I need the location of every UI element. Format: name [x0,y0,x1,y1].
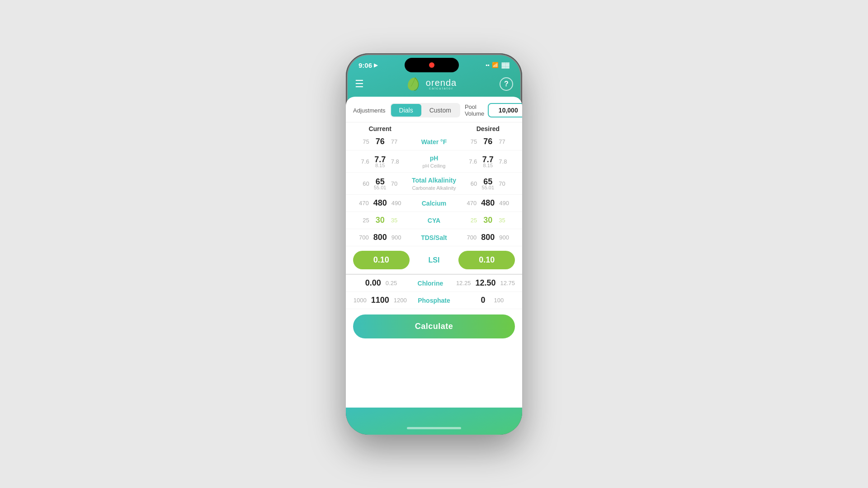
water-desired-dial: 75 76 77 [461,137,515,146]
phosphate-current-right: 1200 [394,297,407,304]
pool-volume-input[interactable] [488,103,522,117]
ca-desired-dial: 470 480 490 [461,198,515,208]
status-time: 9:06 ▶ [359,61,377,69]
battery-icon: ▓▓ [501,62,509,68]
alk-current-right: 70 [391,180,397,187]
time-display: 9:06 [359,61,372,69]
help-button[interactable]: ? [500,77,513,91]
ca-current-center: 480 [373,198,387,208]
tab-group: Dials Custom [390,103,460,117]
ph-current-dial: 7.6 7.7 8.15 7.8 [353,155,407,168]
ph-desired-left: 7.6 [469,158,477,165]
tds-desired-right: 900 [499,234,509,241]
tds-label: TDS/Salt [421,234,447,241]
logo-leaf-icon [407,77,423,91]
status-icons: ▪▪ 📶 ▓▓ [486,62,509,68]
phosphate-label-col: Phosphate [407,296,461,305]
phosphate-desired-right: 100 [494,297,504,304]
phosphate-desired-center: 0 [476,296,489,305]
ca-label-col: Calcium [407,199,461,207]
alk-sublabel: Carbonate Alkalinity [407,185,461,191]
chlorine-desired-dial: 12.25 12.50 12.75 [456,278,515,288]
lsi-row[interactable]: 0.10 LSI 0.10 [346,246,522,275]
cya-desired-center: 30 [481,216,494,225]
home-indicator [407,427,461,429]
ph-row[interactable]: 7.6 7.7 8.15 7.8 pH pH Ceiling 7.6 7.7 8… [346,150,522,173]
dials-tab[interactable]: Dials [391,104,421,117]
menu-button[interactable]: ☰ [355,78,364,90]
cya-current-right: 35 [391,217,397,224]
chlorine-current-dial: 0.00 0.25 [353,278,405,288]
lsi-label: LSI [429,256,440,264]
phosphate-label: Phosphate [418,297,450,304]
chlorine-label: Chlorine [418,280,443,287]
ph-sublabel: pH Ceiling [407,163,461,169]
water-current-center: 76 [374,137,387,146]
alk-label-col: Total Alkalinity Carbonate Alkalinity [407,176,461,191]
cya-current-center: 30 [374,216,387,225]
app-header: ☰ orenda calculator ? [346,73,522,97]
tab-row: Adjustments Dials Custom Pool Volume [346,97,522,122]
ca-current-dial: 470 480 490 [353,198,407,208]
content-card: Adjustments Dials Custom Pool Volume Cur… [346,97,522,408]
tds-desired-left: 700 [467,234,477,241]
custom-tab[interactable]: Custom [421,104,459,117]
col-headers: Current Desired [346,122,522,133]
ca-desired-center: 480 [481,198,495,208]
logo-area: orenda calculator [407,77,457,91]
ca-current-left: 470 [359,200,369,206]
tds-row[interactable]: 700 800 900 TDS/Salt 700 800 900 [346,229,522,246]
tds-current-center: 800 [373,233,387,242]
adjustments-label: Adjustments [353,107,386,114]
calcium-row[interactable]: 470 480 490 Calcium 470 480 490 [346,195,522,212]
water-desired-center: 76 [481,137,494,146]
current-header: Current [353,125,407,132]
ph-label-col: pH pH Ceiling [407,154,461,169]
ca-label: Calcium [422,200,446,207]
alk-current-left: 60 [363,180,369,187]
lsi-label-col: LSI [413,256,455,264]
phosphate-row[interactable]: 1000 1100 1200 Phosphate 0 100 [346,292,522,309]
ph-current-sub: 8.15 [374,163,387,168]
lsi-desired-badge: 0.10 [458,251,515,269]
alk-current-dial: 60 65 55.01 70 [353,177,407,190]
chlorine-row[interactable]: 0.00 0.25 Chlorine 12.25 12.50 12.75 [346,275,522,292]
water-label: Water °F [421,138,447,145]
phosphate-current-dial: 1000 1100 1200 [353,296,407,305]
alk-label: Total Alkalinity [412,177,456,184]
status-bar: 9:06 ▶ ▪▪ 📶 ▓▓ [346,53,522,73]
lsi-current-badge: 0.10 [353,251,410,269]
pool-volume-label: Pool Volume [465,103,484,117]
cya-current-left: 25 [363,217,369,224]
phone-frame: 9:06 ▶ ▪▪ 📶 ▓▓ ☰ orenda calculator ? [346,53,522,435]
ph-label: pH [430,155,439,162]
cya-current-dial: 25 30 35 [353,216,407,225]
tds-current-left: 700 [359,234,369,241]
ca-current-right: 490 [392,200,401,206]
cya-desired-left: 25 [471,217,477,224]
alk-current-sub: 55.01 [374,185,387,190]
water-current-right: 77 [391,138,397,145]
ph-desired-sub: 8.15 [481,163,494,168]
water-current-dial: 75 76 77 [353,137,407,146]
tds-current-right: 900 [392,234,401,241]
alk-desired-sub: 55.01 [481,185,494,190]
calculate-button[interactable]: Calculate [353,314,515,338]
ph-current-right: 7.8 [391,158,399,165]
ca-desired-left: 470 [467,200,477,206]
tds-desired-center: 800 [481,233,495,242]
chlorine-label-col: Chlorine [405,279,456,287]
teal-bottom [346,408,522,435]
water-label-col: Water °F [407,138,461,146]
ca-desired-right: 490 [499,200,509,206]
ph-desired-dial: 7.6 7.7 8.15 7.8 [461,155,515,168]
chlorine-desired-right: 12.75 [500,280,515,286]
water-desired-right: 77 [499,138,505,145]
cya-row[interactable]: 25 30 35 CYA 25 30 35 [346,212,522,229]
ph-current-left: 7.6 [361,158,369,165]
tds-current-dial: 700 800 900 [353,233,407,242]
chlorine-current-center: 0.00 [365,278,381,288]
water-temp-row[interactable]: 75 76 77 Water °F 75 76 77 [346,133,522,150]
cya-label: CYA [428,217,440,224]
alkalinity-row[interactable]: 60 65 55.01 70 Total Alkalinity Carbonat… [346,173,522,195]
